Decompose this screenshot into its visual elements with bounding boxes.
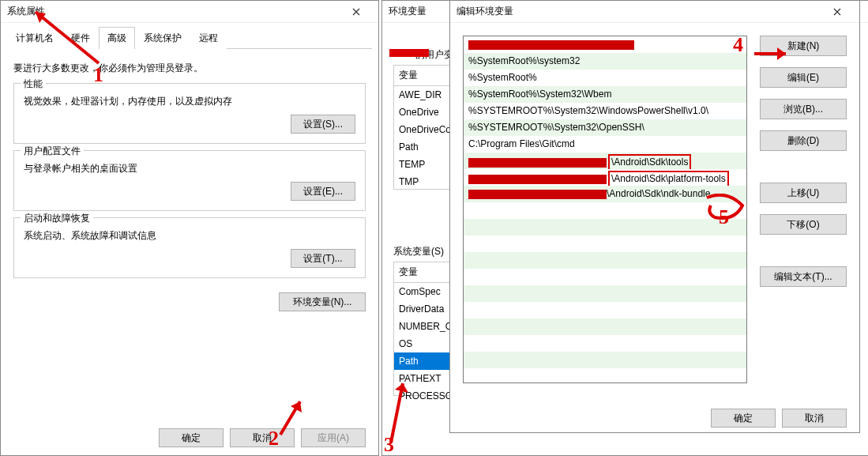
path-row-empty[interactable] [464, 335, 746, 352]
edit-env-window: 编辑环境变量 %SystemRoot%\system32 %SystemRoot… [449, 0, 860, 433]
cancel-button[interactable]: 取消 [230, 428, 295, 447]
path-row-empty[interactable] [464, 302, 746, 318]
path-row-empty[interactable] [464, 368, 746, 385]
path-row[interactable]: \Android\Sdk\ndk-bundle [464, 186, 746, 202]
path-row[interactable] [464, 36, 746, 53]
edit-button[interactable]: 编辑(E) [760, 67, 847, 88]
path-row[interactable]: %SYSTEMROOT%\System32\OpenSSH\ [464, 119, 746, 136]
tab-computer-name[interactable]: 计算机名 [7, 27, 62, 49]
startup-title: 启动和故障恢复 [21, 212, 93, 225]
apply-button[interactable]: 应用(A) [301, 428, 366, 447]
redaction-line [389, 49, 429, 57]
path-row-empty[interactable] [464, 352, 746, 368]
sysprop-dialog-buttons: 确定 取消 应用(A) [146, 420, 378, 455]
performance-group: 性能 视觉效果，处理器计划，内存使用，以及虚拟内存 设置(S)... [13, 83, 366, 144]
path-row[interactable]: %SystemRoot%\system32 [464, 53, 746, 70]
editenv-body: %SystemRoot%\system32 %SystemRoot% %Syst… [450, 23, 859, 401]
ok-button[interactable]: 确定 [711, 409, 776, 428]
editenv-title: 编辑环境变量 [457, 5, 821, 18]
startup-desc: 系统启动、系统故障和调试信息 [24, 229, 355, 243]
path-row[interactable]: \Android\Sdk\platform-tools [464, 169, 746, 186]
path-row-empty[interactable] [464, 202, 746, 219]
system-properties-window: 系统属性 计算机名 硬件 高级 系统保护 远程 要进行大多数更改，你必须作为管理… [0, 0, 379, 456]
startup-group: 启动和故障恢复 系统启动、系统故障和调试信息 设置(T)... [13, 217, 366, 278]
delete-button[interactable]: 删除(D) [760, 130, 847, 151]
tab-hardware[interactable]: 硬件 [62, 27, 99, 49]
editenv-dialog-buttons: 确定 取消 [450, 401, 859, 435]
path-row-empty[interactable] [464, 285, 746, 302]
admin-note: 要进行大多数更改，你必须作为管理员登录。 [13, 62, 366, 75]
browse-button[interactable]: 浏览(B)... [760, 99, 847, 119]
path-row-empty[interactable] [464, 219, 746, 236]
startup-settings-button[interactable]: 设置(T)... [291, 249, 355, 268]
profiles-settings-button[interactable]: 设置(E)... [291, 182, 355, 201]
new-button[interactable]: 新建(N) [760, 36, 847, 56]
performance-desc: 视觉效果，处理器计划，内存使用，以及虚拟内存 [24, 95, 355, 108]
path-row[interactable]: \Android\Sdk\tools [464, 153, 746, 169]
path-row[interactable]: %SYSTEMROOT%\System32\WindowsPowerShell\… [464, 103, 746, 119]
close-button[interactable] [821, 1, 853, 23]
move-up-button[interactable]: 上移(U) [760, 183, 847, 203]
path-row[interactable]: %SystemRoot% [464, 70, 746, 86]
sysprop-title: 系统属性 [7, 5, 340, 18]
profiles-title: 用户配置文件 [21, 145, 84, 158]
sysprop-content: 要进行大多数更改，你必须作为管理员登录。 性能 视觉效果，处理器计划，内存使用，… [1, 49, 378, 318]
path-list-container: %SystemRoot%\system32 %SystemRoot% %Syst… [463, 36, 747, 388]
environment-variables-button[interactable]: 环境变量(N)... [279, 292, 366, 311]
sysprop-tabs: 计算机名 硬件 高级 系统保护 远程 [7, 26, 372, 49]
move-down-button[interactable]: 下移(O) [760, 214, 847, 235]
profiles-desc: 与登录帐户相关的桌面设置 [24, 162, 355, 175]
editenv-button-column: 新建(N) 编辑(E) 浏览(B)... 删除(D) 上移(U) 下移(O) 编… [760, 36, 847, 388]
path-row[interactable]: C:\Program Files\Git\cmd [464, 136, 746, 153]
editenv-titlebar: 编辑环境变量 [450, 1, 859, 23]
path-row-empty[interactable] [464, 269, 746, 285]
path-listbox[interactable]: %SystemRoot%\system32 %SystemRoot% %Syst… [463, 36, 747, 383]
tab-advanced[interactable]: 高级 [99, 27, 135, 49]
profiles-group: 用户配置文件 与登录帐户相关的桌面设置 设置(E)... [13, 150, 366, 211]
close-button[interactable] [340, 1, 372, 23]
sysprop-titlebar: 系统属性 [1, 1, 378, 23]
performance-title: 性能 [21, 77, 46, 91]
edit-text-button[interactable]: 编辑文本(T)... [760, 266, 847, 287]
performance-settings-button[interactable]: 设置(S)... [291, 115, 355, 134]
cancel-button[interactable]: 取消 [782, 409, 847, 428]
path-row-empty[interactable] [464, 236, 746, 252]
path-row-empty[interactable] [464, 318, 746, 335]
path-row[interactable]: %SystemRoot%\System32\Wbem [464, 86, 746, 103]
tab-remote[interactable]: 远程 [190, 27, 227, 49]
path-row-empty[interactable] [464, 252, 746, 269]
ok-button[interactable]: 确定 [159, 428, 224, 447]
tab-protection[interactable]: 系统保护 [135, 27, 190, 49]
